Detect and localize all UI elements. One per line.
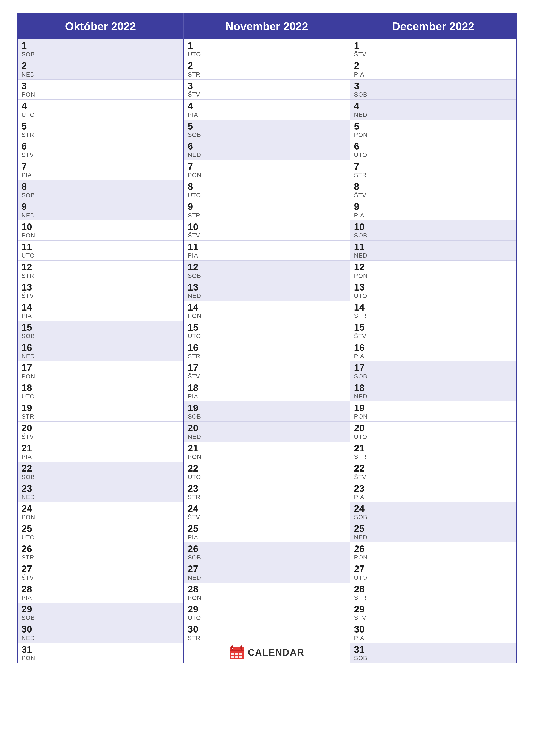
- oktober-col: 1SOB2NED3PON4UTO5STR6ŠTV7PIA8SOB9NED10PO…: [18, 39, 184, 663]
- day-cell: 18PIA: [184, 381, 350, 401]
- day-number: 5: [354, 121, 513, 131]
- day-cell: 13UTO: [350, 281, 516, 301]
- day-abbr: PIA: [354, 494, 513, 500]
- day-cell: 20UTO: [350, 421, 516, 442]
- day-number: 16: [354, 342, 513, 353]
- day-abbr: PON: [354, 554, 513, 561]
- day-number: 11: [21, 242, 180, 252]
- day-abbr: PON: [21, 514, 180, 521]
- day-number: 7: [354, 161, 513, 172]
- day-number: 9: [21, 202, 180, 212]
- day-number: 24: [21, 503, 180, 514]
- day-abbr: SOB: [21, 192, 180, 199]
- day-abbr: PIA: [188, 393, 346, 400]
- day-cell: 6ŠTV: [18, 140, 184, 160]
- day-cell: 8UTO: [184, 180, 350, 200]
- day-cell: 27ŠTV: [18, 562, 184, 582]
- day-number: 6: [21, 141, 180, 151]
- day-cell: 29UTO: [184, 603, 350, 623]
- december-col: 1ŠTV2PIA3SOB4NED5PON6UTO7STR8ŠTV9PIA10SO…: [350, 39, 516, 663]
- day-number: 30: [21, 624, 180, 634]
- day-abbr: NED: [21, 635, 180, 641]
- day-cell: 3ŠTV: [184, 80, 350, 99]
- day-number: 13: [188, 282, 346, 292]
- day-number: 31: [354, 644, 513, 655]
- day-abbr: NED: [188, 433, 346, 440]
- day-cell: 10PON: [18, 221, 184, 240]
- day-abbr: UTO: [188, 614, 346, 621]
- day-cell: 19STR: [18, 401, 184, 421]
- day-number: 16: [188, 342, 346, 353]
- day-abbr: PIA: [354, 635, 513, 641]
- day-abbr: SOB: [354, 232, 513, 239]
- day-abbr: NED: [21, 494, 180, 500]
- day-number: 14: [21, 302, 180, 312]
- day-abbr: NED: [21, 71, 180, 78]
- day-abbr: STR: [354, 312, 513, 319]
- day-cell: 12PON: [350, 260, 516, 281]
- day-number: 5: [188, 121, 346, 131]
- day-cell: 1UTO: [184, 39, 350, 59]
- day-cell: 7PIA: [18, 160, 184, 180]
- day-abbr: PIA: [188, 252, 346, 259]
- day-cell: 13ŠTV: [18, 281, 184, 301]
- day-number: 23: [354, 483, 513, 494]
- day-abbr: PON: [188, 594, 346, 601]
- day-cell: 28PIA: [18, 583, 184, 603]
- day-cell: 12SOB: [184, 260, 350, 281]
- day-cell: 5SOB: [184, 120, 350, 140]
- day-abbr: UTO: [21, 393, 180, 400]
- day-abbr: SOB: [354, 655, 513, 662]
- svg-rect-8: [235, 656, 238, 658]
- day-number: 1: [21, 40, 180, 51]
- day-number: 28: [354, 584, 513, 594]
- day-number: 2: [354, 61, 513, 71]
- day-number: 6: [188, 141, 346, 151]
- day-cell: 14PIA: [18, 301, 184, 321]
- day-cell: 23NED: [18, 482, 184, 502]
- day-cell: 24ŠTV: [184, 502, 350, 522]
- day-cell: 10ŠTV: [184, 221, 350, 240]
- day-number: 24: [188, 503, 346, 514]
- svg-rect-1: [230, 650, 244, 651]
- day-number: 4: [188, 101, 346, 111]
- day-abbr: SOB: [21, 614, 180, 621]
- day-cell: 11UTO: [18, 240, 184, 260]
- day-number: 25: [188, 524, 346, 534]
- day-cell: 4NED: [350, 99, 516, 120]
- day-abbr: UTO: [354, 151, 513, 158]
- day-cell: 23STR: [184, 482, 350, 502]
- day-abbr: NED: [354, 252, 513, 259]
- day-cell: 3SOB: [350, 80, 516, 99]
- day-cell: 26PON: [350, 542, 516, 562]
- day-number: 29: [354, 604, 513, 614]
- day-abbr: UTO: [188, 474, 346, 481]
- day-cell: 19PON: [350, 401, 516, 421]
- day-number: 9: [354, 202, 513, 212]
- day-number: 4: [354, 101, 513, 111]
- day-number: 13: [354, 282, 513, 292]
- day-number: 25: [354, 524, 513, 534]
- day-number: 27: [354, 564, 513, 574]
- day-number: 8: [21, 181, 180, 192]
- day-cell: 2PIA: [350, 59, 516, 79]
- inline-logo-text: CALENDAR: [248, 647, 304, 658]
- day-number: 23: [21, 483, 180, 494]
- day-abbr: SOB: [188, 413, 346, 420]
- day-cell: 8SOB: [18, 180, 184, 200]
- day-cell: 14PON: [184, 301, 350, 321]
- svg-rect-7: [231, 656, 234, 658]
- day-cell: 29SOB: [18, 603, 184, 623]
- day-cell: 21STR: [350, 442, 516, 462]
- svg-text:7: 7: [232, 646, 233, 649]
- day-number: 21: [354, 443, 513, 453]
- day-number: 8: [354, 181, 513, 192]
- day-abbr: PIA: [188, 111, 346, 118]
- day-number: 31: [21, 644, 180, 655]
- day-abbr: PIA: [188, 534, 346, 541]
- day-cell: 11NED: [350, 240, 516, 260]
- day-abbr: PON: [188, 453, 346, 460]
- day-number: 10: [354, 222, 513, 232]
- day-number: 14: [188, 302, 346, 312]
- day-abbr: STR: [354, 453, 513, 460]
